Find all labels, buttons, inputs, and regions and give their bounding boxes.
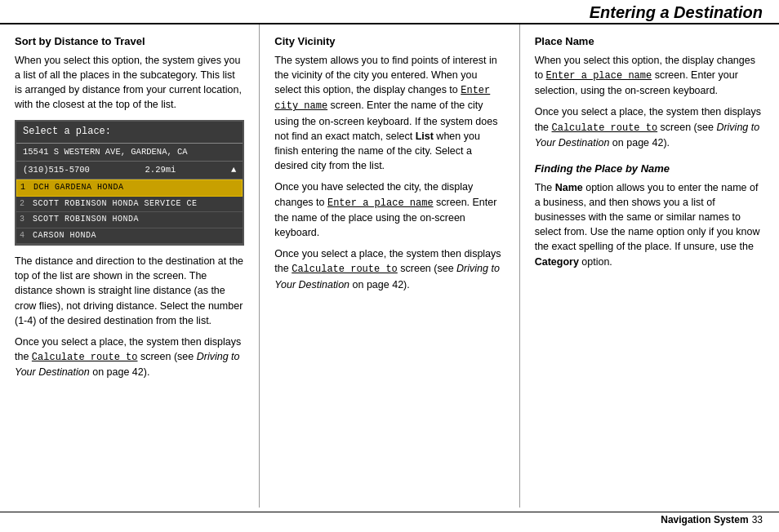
- col3-section2-para1: The Name option allows you to enter the …: [535, 180, 764, 269]
- screen-rows-wrapper: 1 DCH GARDENA HONDA 2 SCOTT ROBINSON HON…: [16, 180, 243, 244]
- row1-text: DCH GARDENA HONDA: [33, 182, 238, 194]
- screen-header: Select a place:: [16, 122, 243, 143]
- ui-ref-enter-city: Enter city name: [274, 85, 490, 112]
- footer-page-number: 33: [752, 514, 763, 525]
- col2-para1: The system allows you to find points of …: [274, 53, 504, 174]
- col1-title: Sort by Distance to Travel: [15, 34, 244, 50]
- page-title: Entering a Destination: [590, 3, 763, 22]
- row3-num: 3: [20, 214, 33, 226]
- col3-para2: Once you select a place, the system then…: [535, 104, 764, 150]
- ui-ref-calc-route-col3: Calculate route to: [552, 122, 658, 134]
- ui-ref-enter-place-name: Enter a place name: [546, 70, 652, 82]
- col2-title: City Vicinity: [274, 34, 504, 50]
- screen-row-2: 2 SCOTT ROBINSON HONDA SERVICE CE: [16, 197, 243, 213]
- row4-text: CARSON HONDA: [33, 230, 239, 242]
- footer: Navigation System 33: [661, 514, 763, 525]
- ui-ref-calc-route-col2: Calculate route to: [292, 264, 398, 275]
- screen-mockup: Select a place: 15541 S WESTERN AVE, GAR…: [15, 120, 244, 246]
- column-place-name: Place Name When you select this option, …: [520, 24, 779, 508]
- row2-text: SCOTT ROBINSON HONDA SERVICE CE: [33, 198, 239, 211]
- row3-text: SCOTT ROBINSON HONDA: [33, 214, 239, 226]
- ui-ref-calculate: Calculate route to: [32, 352, 138, 363]
- row4-num: 4: [20, 230, 33, 242]
- screen-distance: 2.29mi: [145, 164, 176, 176]
- footer-nav-label: Navigation System: [661, 514, 748, 525]
- col3-para1: When you select this option, the display…: [535, 53, 764, 99]
- screen-info-phone-row: (310)515-5700 2.29mi ▲: [16, 162, 243, 180]
- col1-para2: The distance and direction to the destin…: [15, 254, 244, 328]
- row2-num: 2: [20, 198, 33, 211]
- screen-phone: (310)515-5700: [23, 164, 90, 176]
- col2-para2: Once you have selected the city, the dis…: [274, 180, 504, 240]
- col1-para1: When you select this option, the system …: [15, 53, 244, 113]
- row1-num: 1: [20, 182, 33, 194]
- screen-row-4: 4 CARSON HONDA: [16, 228, 243, 245]
- col1-para3: Once you select a place, the system then…: [15, 335, 244, 380]
- col3-title: Place Name: [535, 34, 764, 50]
- bottom-rule: [0, 512, 779, 512]
- bold-name: Name: [555, 182, 583, 193]
- column-city-vicinity: City Vicinity The system allows you to f…: [260, 24, 519, 508]
- bold-list: List: [416, 131, 434, 142]
- screen-row-1: 1 DCH GARDENA HONDA: [16, 180, 243, 197]
- content-area: Sort by Distance to Travel When you sele…: [0, 24, 779, 508]
- page-container: Entering a Destination Sort by Distance …: [0, 0, 779, 532]
- bold-category: Category: [535, 256, 579, 268]
- screen-info-address-row: 15541 S WESTERN AVE, GARDENA, CA: [16, 144, 243, 162]
- section-finding-heading: Finding the Place by Name: [535, 162, 764, 177]
- screen-address: 15541 S WESTERN AVE, GARDENA, CA: [23, 146, 188, 158]
- col2-para3: Once you select a place, the system then…: [274, 246, 504, 292]
- column-sort-by-distance: Sort by Distance to Travel When you sele…: [0, 24, 260, 508]
- ui-ref-enter-place: Enter a place name: [327, 197, 434, 209]
- screen-distance-arrow: ▲: [231, 164, 236, 176]
- screen-row-3: 3 SCOTT ROBINSON HONDA: [16, 212, 243, 228]
